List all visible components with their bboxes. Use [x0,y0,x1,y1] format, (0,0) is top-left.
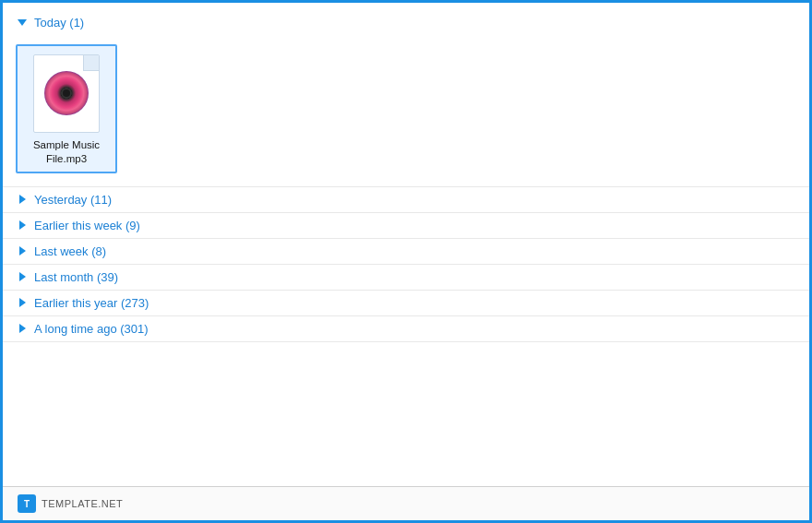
music-disc-icon [44,71,89,115]
file-explorer-window: Today (1) Sample Music File.mp3 [0,0,812,523]
chevron-right-icon [16,322,29,335]
earlier-this-year-group-label: Earlier this year (273) [34,296,149,310]
content-area: Today (1) Sample Music File.mp3 [3,3,809,486]
file-item[interactable]: Sample Music File.mp3 [16,44,117,173]
yesterday-group-header[interactable]: Yesterday (11) [3,187,809,213]
today-group-header[interactable]: Today (1) [3,10,809,35]
chevron-right-icon [16,296,29,309]
file-name: Sample Music File.mp3 [23,138,110,166]
footer: T TEMPLATE.NET [3,486,809,520]
disc-center [61,88,72,99]
chevron-right-icon [16,270,29,283]
chevron-right-icon [16,219,29,232]
long-time-ago-group-label: A long time ago (301) [34,322,149,336]
brand-main: TEMPLATE [42,498,98,509]
last-week-group-label: Last week (8) [34,244,106,258]
earlier-this-year-group-header[interactable]: Earlier this year (273) [3,291,809,316]
long-time-ago-group-header[interactable]: A long time ago (301) [3,316,809,342]
file-icon [30,52,103,135]
chevron-right-icon [16,244,29,257]
last-month-group-header[interactable]: Last month (39) [3,265,809,291]
today-section: Today (1) Sample Music File.mp3 [3,10,809,187]
today-files-grid: Sample Music File.mp3 [3,35,809,186]
yesterday-group-label: Yesterday (11) [34,193,112,207]
chevron-down-icon [16,17,29,30]
earlier-this-week-group-label: Earlier this week (9) [34,219,140,232]
brand-name: TEMPLATE.NET [42,498,123,509]
file-paper [33,54,100,133]
last-week-group-header[interactable]: Last week (8) [3,239,809,265]
chevron-right-icon [16,193,29,206]
template-logo: T [18,494,36,513]
logo-letter: T [24,499,30,509]
today-group-label: Today (1) [34,16,84,30]
last-month-group-label: Last month (39) [34,270,118,284]
brand-domain: .NET [98,498,123,509]
earlier-this-week-group-header[interactable]: Earlier this week (9) [3,213,809,239]
